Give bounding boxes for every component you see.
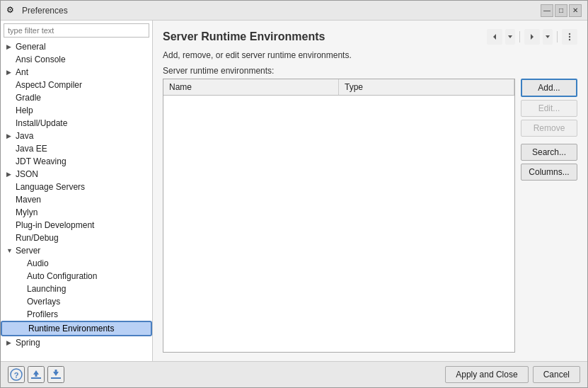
svg-text:?: ? bbox=[14, 371, 19, 380]
add-button[interactable]: Add... bbox=[521, 79, 577, 97]
tree-label-aspectj: AspectJ Compiler bbox=[16, 80, 82, 90]
filter-input[interactable] bbox=[4, 23, 149, 38]
tree-item-server[interactable]: ▼Server bbox=[1, 244, 152, 257]
tree-arrow-ant: ▶ bbox=[6, 69, 13, 76]
title-bar-controls: — □ ✕ bbox=[541, 4, 582, 17]
svg-marker-2 bbox=[531, 34, 534, 40]
tree-arrow-spring: ▶ bbox=[6, 339, 13, 346]
preferences-window: ⚙ Preferences — □ ✕ ▶GeneralAnsi Console… bbox=[0, 0, 588, 388]
tree-label-java-ee: Java EE bbox=[16, 144, 47, 154]
svg-marker-12 bbox=[53, 370, 59, 376]
tree-label-plugin-dev: Plug-in Development bbox=[16, 220, 94, 230]
environments-label: Server runtime environments: bbox=[163, 66, 577, 76]
help-button[interactable]: ? bbox=[8, 366, 25, 383]
tree-item-help[interactable]: Help bbox=[1, 104, 152, 117]
tree-label-launching: Launching bbox=[27, 284, 66, 294]
tree-item-install-update[interactable]: Install/Update bbox=[1, 117, 152, 130]
column-header-type: Type bbox=[339, 79, 514, 95]
tree-arrow-java: ▶ bbox=[6, 132, 13, 139]
toolbar-separator-2 bbox=[557, 31, 558, 42]
tree-label-server: Server bbox=[16, 246, 40, 256]
tree-label-java: Java bbox=[16, 131, 33, 141]
tree-scroll-wrapper: ▶GeneralAnsi Console▶AntAspectJ Compiler… bbox=[1, 40, 152, 361]
back-dropdown-button[interactable] bbox=[505, 29, 515, 45]
app-icon: ⚙ bbox=[6, 5, 18, 16]
tree-label-overlays: Overlays bbox=[27, 297, 60, 307]
remove-button[interactable]: Remove bbox=[521, 120, 577, 137]
tree-item-mylyn[interactable]: Mylyn bbox=[1, 206, 152, 219]
tree-item-run-debug[interactable]: Run/Debug bbox=[1, 232, 152, 244]
tree-item-language-servers[interactable]: Language Servers bbox=[1, 181, 152, 193]
tree-label-mylyn: Mylyn bbox=[16, 207, 38, 217]
tree-label-general: General bbox=[16, 42, 46, 52]
tree-item-spring[interactable]: ▶Spring bbox=[1, 336, 152, 349]
table-header: Name Type bbox=[163, 79, 514, 96]
tree-item-gradle[interactable]: Gradle bbox=[1, 91, 152, 104]
tree-label-profilers: Profilers bbox=[27, 309, 58, 319]
tree-item-audio[interactable]: Audio bbox=[1, 257, 152, 270]
tree-item-runtime-env[interactable]: Runtime Environments bbox=[1, 321, 152, 336]
import-button[interactable] bbox=[28, 366, 45, 383]
toolbar-separator-1 bbox=[519, 31, 520, 42]
svg-point-6 bbox=[569, 39, 570, 40]
tree-label-auto-config: Auto Configuration bbox=[27, 271, 97, 281]
table-container: Name Type bbox=[163, 79, 515, 353]
tree-item-auto-config[interactable]: Auto Configuration bbox=[1, 270, 152, 283]
bottom-right-buttons: Apply and Close Cancel bbox=[445, 366, 580, 383]
tree-item-maven[interactable]: Maven bbox=[1, 193, 152, 206]
tree-item-launching[interactable]: Launching bbox=[1, 283, 152, 295]
svg-rect-11 bbox=[51, 377, 61, 379]
tree-item-ansi-console[interactable]: Ansi Console bbox=[1, 53, 152, 66]
svg-marker-0 bbox=[493, 34, 496, 40]
export-button[interactable] bbox=[47, 366, 64, 383]
tree-item-plugin-dev[interactable]: Plug-in Development bbox=[1, 219, 152, 232]
close-button[interactable]: ✕ bbox=[569, 4, 582, 17]
bottom-bar: ? Apply and Close Cancel bbox=[1, 361, 587, 387]
tree-item-overlays[interactable]: Overlays bbox=[1, 295, 152, 308]
tree-item-json[interactable]: ▶JSON bbox=[1, 168, 152, 181]
tree-arrow-json: ▶ bbox=[6, 171, 13, 178]
svg-marker-1 bbox=[508, 35, 512, 38]
content-area: Name Type Add... Edit... Remove Search..… bbox=[163, 79, 577, 353]
maximize-button[interactable]: □ bbox=[555, 4, 567, 17]
cancel-button[interactable]: Cancel bbox=[533, 366, 580, 383]
svg-rect-9 bbox=[31, 377, 41, 379]
edit-button[interactable]: Edit... bbox=[521, 100, 577, 117]
tree-item-aspectj[interactable]: AspectJ Compiler bbox=[1, 79, 152, 91]
left-panel: ▶GeneralAnsi Console▶AntAspectJ Compiler… bbox=[1, 21, 153, 361]
side-buttons: Add... Edit... Remove Search... Columns.… bbox=[521, 79, 577, 353]
tree-label-language-servers: Language Servers bbox=[16, 182, 85, 192]
tree-item-general[interactable]: ▶General bbox=[1, 40, 152, 53]
page-title: Server Runtime Environments bbox=[163, 30, 325, 43]
tree-container: ▶GeneralAnsi Console▶AntAspectJ Compiler… bbox=[1, 40, 152, 361]
tree-item-profilers[interactable]: Profilers bbox=[1, 308, 152, 321]
tree-label-ant: Ant bbox=[16, 67, 28, 77]
table-body bbox=[163, 96, 514, 352]
svg-point-4 bbox=[569, 33, 570, 35]
back-button[interactable] bbox=[487, 29, 502, 45]
right-header: Server Runtime Environments bbox=[163, 29, 577, 45]
title-bar-left: ⚙ Preferences bbox=[6, 5, 68, 16]
tree-arrow-general: ▶ bbox=[6, 43, 13, 50]
tree-item-java[interactable]: ▶Java bbox=[1, 130, 152, 142]
minimize-button[interactable]: — bbox=[541, 4, 553, 17]
columns-button[interactable]: Columns... bbox=[521, 164, 577, 181]
column-header-name: Name bbox=[163, 79, 339, 95]
tree-label-install-update: Install/Update bbox=[16, 118, 67, 128]
tree-label-jdt-weaving: JDT Weaving bbox=[16, 156, 67, 166]
forward-dropdown-button[interactable] bbox=[543, 29, 553, 45]
svg-marker-10 bbox=[33, 370, 39, 377]
tree-item-ant[interactable]: ▶Ant bbox=[1, 66, 152, 79]
tree-item-java-ee[interactable]: Java EE bbox=[1, 142, 152, 155]
description-text: Add, remove, or edit server runtime envi… bbox=[163, 50, 577, 60]
tree-label-ansi-console: Ansi Console bbox=[16, 55, 66, 64]
apply-close-button[interactable]: Apply and Close bbox=[445, 366, 528, 383]
forward-button[interactable] bbox=[524, 29, 540, 45]
toolbar-icons bbox=[487, 29, 577, 45]
search-button[interactable]: Search... bbox=[521, 144, 577, 161]
tree-item-jdt-weaving[interactable]: JDT Weaving bbox=[1, 155, 152, 168]
tree-label-maven: Maven bbox=[16, 195, 41, 205]
window-title: Preferences bbox=[22, 6, 68, 16]
svg-point-5 bbox=[569, 36, 570, 38]
menu-button[interactable] bbox=[562, 29, 577, 45]
